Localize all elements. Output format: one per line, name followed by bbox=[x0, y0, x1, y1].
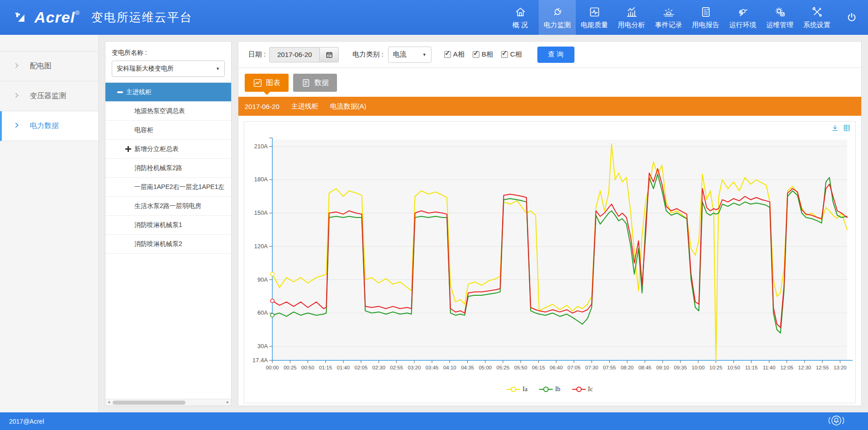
search-button[interactable]: 查 询 bbox=[537, 47, 574, 63]
phase-checkbox-a[interactable]: ✓A相 bbox=[444, 50, 465, 59]
nav-item-label: 用电分析 bbox=[618, 21, 645, 29]
svg-text:10:50: 10:50 bbox=[727, 365, 740, 370]
svg-text:12:30: 12:30 bbox=[798, 365, 811, 370]
nav-item-usage-report[interactable]: 用电报告 bbox=[687, 0, 724, 35]
substation-select[interactable]: 安科瑞新大楼变电所 ▼ bbox=[112, 61, 225, 77]
export-table-icon[interactable] bbox=[843, 124, 851, 132]
date-input[interactable]: 2017-06-20 bbox=[269, 47, 320, 62]
banner-device: 主进线柜 bbox=[291, 102, 318, 111]
tree-item[interactable]: 地源热泵空调总表 bbox=[105, 102, 231, 121]
svg-text:12:05: 12:05 bbox=[780, 365, 793, 370]
substation-select-label: 变电所名称 : bbox=[112, 49, 225, 57]
nav-item-overview[interactable]: 概 况 bbox=[502, 0, 539, 35]
tree-item[interactable]: 消防喷淋机械泵2 bbox=[105, 235, 231, 254]
date-value: 2017-06-20 bbox=[277, 51, 312, 58]
legend-item-ic[interactable]: Ic bbox=[572, 386, 593, 393]
date-label: 日期 : bbox=[248, 50, 266, 59]
tree-item[interactable]: 消防喷淋机械泵1 bbox=[105, 216, 231, 235]
tree-item-label: 消防喷淋机械泵2 bbox=[134, 240, 182, 248]
camera-icon bbox=[737, 6, 749, 18]
scroll-right-icon[interactable]: ► bbox=[224, 399, 231, 406]
checkbox-icon[interactable]: ✓ bbox=[473, 51, 479, 58]
tab-data-label: 数据 bbox=[314, 78, 329, 88]
tree-item[interactable]: 主进线柜 bbox=[105, 83, 231, 102]
notification-bell-icon[interactable] bbox=[826, 414, 846, 428]
tree-item-label: 电容柜 bbox=[134, 126, 153, 134]
category-select[interactable]: 电流 ▼ bbox=[388, 47, 432, 63]
phase-label: C相 bbox=[510, 50, 522, 59]
nav-item-power-quality[interactable]: 电能质量 bbox=[576, 0, 613, 35]
checkbox-icon[interactable]: ✓ bbox=[501, 51, 508, 58]
chart-container: 17.4A30A60A90A120A150A180A210A00:0000:25… bbox=[244, 121, 856, 403]
svg-text:90A: 90A bbox=[257, 276, 268, 283]
scrollbar-thumb[interactable] bbox=[113, 401, 185, 405]
legend-item-ia[interactable]: Ia bbox=[507, 386, 527, 393]
chart-title-banner: 2017-06-20 主进线柜 电流数据(A) bbox=[238, 97, 861, 116]
svg-text:04:10: 04:10 bbox=[443, 365, 456, 370]
svg-text:11:40: 11:40 bbox=[763, 365, 775, 370]
svg-text:08:20: 08:20 bbox=[621, 365, 634, 370]
legend-item-ib[interactable]: Ib bbox=[539, 386, 560, 393]
phase-checkbox-group: ✓A相✓B相✓C相 bbox=[444, 50, 522, 59]
nav-item-ops-management[interactable]: 运维管理 bbox=[761, 0, 798, 35]
svg-text:00:50: 00:50 bbox=[301, 365, 314, 370]
chevron-down-icon: ▼ bbox=[216, 66, 220, 71]
tree-item-label: 消防栓机械泵2路 bbox=[134, 164, 182, 172]
expand-plus-icon[interactable] bbox=[125, 146, 131, 152]
sidebar-item-transformer-monitoring[interactable]: 变压器监测 bbox=[0, 81, 98, 111]
collapse-minus-icon[interactable] bbox=[117, 91, 123, 93]
tree-item[interactable]: 一层南1APE2右一层北1APE1左 bbox=[105, 178, 231, 197]
nav-item-power-monitoring[interactable]: 电力监测 bbox=[539, 0, 576, 35]
nav-item-label: 系统设置 bbox=[803, 21, 830, 29]
svg-text:07:05: 07:05 bbox=[568, 365, 581, 370]
nav-item-usage-analysis[interactable]: 用电分析 bbox=[613, 0, 650, 35]
scroll-left-icon[interactable]: ◄ bbox=[105, 399, 112, 406]
svg-text:10:00: 10:00 bbox=[692, 365, 705, 370]
svg-text:120A: 120A bbox=[254, 243, 268, 250]
calendar-icon bbox=[325, 51, 333, 59]
checkbox-icon[interactable]: ✓ bbox=[444, 51, 451, 58]
tree-item[interactable]: 电容柜 bbox=[105, 121, 231, 140]
tree-item[interactable]: 新增分立柜总表 bbox=[105, 140, 231, 159]
legend-label: Ia bbox=[522, 386, 527, 393]
phase-checkbox-c[interactable]: ✓C相 bbox=[501, 50, 522, 59]
registered-mark: ® bbox=[75, 9, 80, 16]
calendar-button[interactable] bbox=[320, 47, 339, 62]
tools-icon bbox=[811, 6, 823, 18]
home-icon bbox=[514, 6, 526, 18]
device-tree-panel: 变电所名称 : 安科瑞新大楼变电所 ▼ 主进线柜地源热泵空调总表电容柜新增分立柜… bbox=[105, 41, 232, 406]
tree-item[interactable]: 生活水泵2路一层弱电房 bbox=[105, 197, 231, 216]
svg-text:10:25: 10:25 bbox=[709, 365, 722, 370]
sidebar-item-label: 配电图 bbox=[30, 61, 52, 71]
main-panel: 日期 : 2017-06-20 电力类别 : 电流 ▼ ✓A相✓B相✓C相 查 … bbox=[238, 41, 862, 406]
tree-item[interactable]: 消防栓机械泵2路 bbox=[105, 159, 231, 178]
app-footer: 2017@Acrel bbox=[0, 412, 868, 430]
sidebar-item-label: 电力数据 bbox=[30, 121, 59, 131]
nav-item-environment[interactable]: 运行环境 bbox=[724, 0, 761, 35]
sidebar-item-power-data[interactable]: 电力数据 bbox=[0, 111, 98, 141]
svg-text:03:45: 03:45 bbox=[426, 365, 439, 370]
legend-marker-icon bbox=[507, 386, 520, 392]
view-tabs: 图表 数据 bbox=[238, 68, 861, 97]
app-header: Acrel ® 变电所运维云平台 概 况电力监测电能质量用电分析事件记录用电报告… bbox=[0, 0, 868, 35]
line-chart-icon bbox=[253, 78, 262, 88]
header-nav: 概 况电力监测电能质量用电分析事件记录用电报告运行环境运维管理系统设置 bbox=[502, 0, 835, 35]
logout-button[interactable] bbox=[835, 0, 868, 35]
tree-item-label: 消防喷淋机械泵1 bbox=[134, 221, 182, 229]
current-chart[interactable]: 17.4A30A60A90A120A150A180A210A00:0000:25… bbox=[247, 132, 853, 380]
tree-scrollbar[interactable]: ◄ ► bbox=[105, 399, 231, 406]
download-icon[interactable] bbox=[831, 124, 839, 132]
tree-item-label: 主进线柜 bbox=[126, 88, 152, 96]
nav-item-event-records[interactable]: 事件记录 bbox=[650, 0, 687, 35]
sidebar-list: 配电图变压器监测电力数据 bbox=[0, 51, 98, 141]
phase-checkbox-b[interactable]: ✓B相 bbox=[473, 50, 493, 59]
tab-chart[interactable]: 图表 bbox=[245, 74, 289, 92]
svg-text:06:15: 06:15 bbox=[532, 365, 545, 370]
tab-data[interactable]: 数据 bbox=[293, 74, 337, 92]
svg-text:04:35: 04:35 bbox=[461, 365, 474, 370]
svg-text:60A: 60A bbox=[257, 309, 268, 316]
sidebar-item-distribution-diagram[interactable]: 配电图 bbox=[0, 52, 98, 81]
nav-item-system-settings[interactable]: 系统设置 bbox=[798, 0, 835, 35]
gear-icon bbox=[774, 6, 786, 18]
svg-text:03:20: 03:20 bbox=[408, 365, 421, 370]
